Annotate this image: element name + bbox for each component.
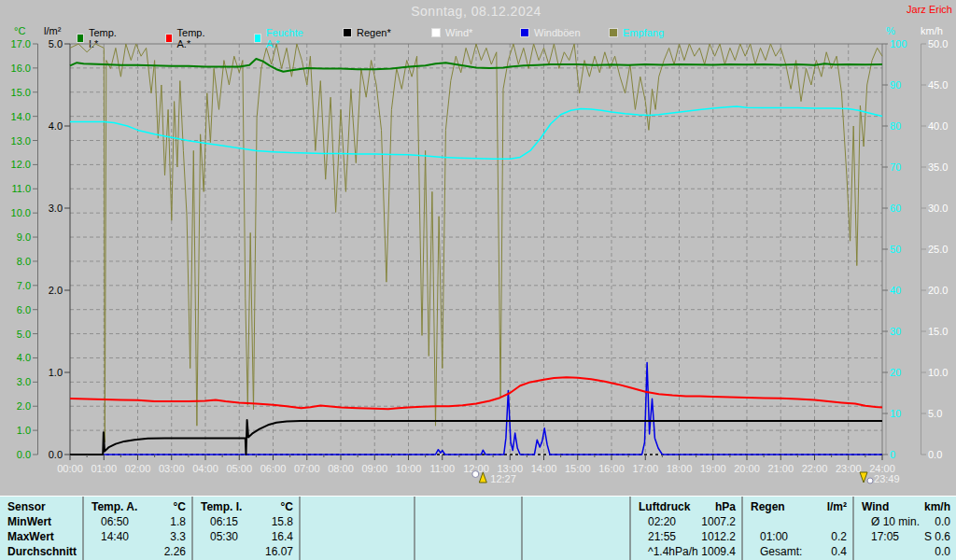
weather-app-window: Sonntag, 08.12.2024 Jarz Erich °C l/m² %… xyxy=(0,0,956,560)
table-row-header: MinWert xyxy=(0,514,82,529)
axis-tick-label: 9.0 xyxy=(17,231,31,243)
table-cell xyxy=(523,544,629,559)
axis-tick-label: 23:00 xyxy=(836,463,862,474)
axis-tick-label: 30 xyxy=(890,326,901,337)
table-column-header: Temp. I.°C xyxy=(193,499,299,514)
axis-tick-label: 90 xyxy=(890,79,901,91)
moonrise-icon xyxy=(472,471,479,478)
table-column-header xyxy=(415,499,521,514)
axis-tick-label: 06:00 xyxy=(260,463,287,474)
axis-tick-label: 22:00 xyxy=(802,463,828,474)
axis-tick-label: 18:00 xyxy=(667,463,693,474)
axis-tick-label: 01:00 xyxy=(91,463,117,474)
table-cell xyxy=(523,529,629,544)
axis-tick-label: 03:00 xyxy=(159,463,185,474)
table-column-temp-i-: Temp. I.°C06:1515.805:3016.416.07 xyxy=(191,497,299,560)
axis-tick-label: 10.0 xyxy=(928,367,948,378)
axis-tick-label: 10.0 xyxy=(11,207,31,218)
axis-tick-label: 00:00 xyxy=(57,463,83,474)
table-column-temp-a-: Temp. A.°C06:501.814:403.32.26 xyxy=(82,497,191,560)
table-cell xyxy=(415,544,521,559)
axis-tick-label: 04:00 xyxy=(192,463,218,474)
statistics-table: SensorMinWertMaxWertDurchschnittTemp. A.… xyxy=(0,496,956,560)
axis-tick-label: 8.0 xyxy=(17,256,31,267)
series-windb-en xyxy=(70,362,882,455)
axis-tick-label: 6.0 xyxy=(17,304,31,315)
table-column-header xyxy=(301,499,414,514)
axis-tick-label: 11.0 xyxy=(11,183,31,194)
table-cell: 16.07 xyxy=(193,544,299,559)
axis-tick-label: 02:00 xyxy=(125,463,151,474)
axis-tick-label: 1.0 xyxy=(49,367,63,378)
moonset-icon xyxy=(867,478,873,483)
axis-tick-label: 0.0 xyxy=(49,449,63,460)
table-cell xyxy=(301,514,414,529)
axis-tick-label: 13.0 xyxy=(11,135,31,147)
axis-tick-label: 1.0 xyxy=(17,425,31,436)
axis-tick-label: 21:00 xyxy=(767,463,794,474)
table-column-empty xyxy=(414,497,521,560)
table-column-wind: Windkm/hØ 10 min.0.017:05S 0.60.0 xyxy=(852,497,956,560)
table-column-header: LuftdruckhPa xyxy=(631,499,741,514)
axis-tick-label: 5.0 xyxy=(49,38,63,49)
axis-tick-label: 50.0 xyxy=(928,38,948,49)
axis-tick-label: 60 xyxy=(890,203,901,214)
axis-tick-label: 20:00 xyxy=(734,463,760,474)
weather-chart: 0.01.02.03.04.05.06.07.08.09.010.011.012… xyxy=(0,0,956,496)
axis-tick-label: 20.0 xyxy=(928,285,948,296)
axis-tick-label: 09:00 xyxy=(361,463,387,474)
axis-tick-label: 50 xyxy=(890,244,901,255)
table-column-header xyxy=(523,499,629,514)
axis-tick-label: 3.0 xyxy=(17,376,31,387)
axis-tick-label: 0 xyxy=(890,449,895,460)
axis-tick-label: 35.0 xyxy=(928,161,948,173)
table-column-luftdruck: LuftdruckhPa02:201007.221:551012.2^1.4hP… xyxy=(629,497,741,560)
table-cell: 05:3016.4 xyxy=(193,529,299,544)
axis-tick-label: 3.0 xyxy=(49,203,63,214)
axis-tick-label: 16.0 xyxy=(11,63,31,74)
table-column-empty xyxy=(521,497,629,560)
moonset-arrow-icon xyxy=(860,472,867,483)
table-cell: 21:551012.2 xyxy=(631,529,741,544)
table-column-header: Regenl/m² xyxy=(743,499,852,514)
table-row-header: MaxWert xyxy=(0,529,82,544)
table-cell: Gesamt:0.4 xyxy=(743,544,852,559)
table-cell: 17:05S 0.6 xyxy=(854,529,956,544)
axis-tick-label: 2.0 xyxy=(17,400,31,412)
axis-tick-label: 11:00 xyxy=(429,463,455,474)
axis-tick-label: 17.0 xyxy=(11,38,31,49)
axis-tick-label: 40.0 xyxy=(928,120,948,132)
table-column-header: Temp. A.°C xyxy=(84,499,191,514)
axis-tick-label: 100 xyxy=(890,38,907,49)
axis-tick-label: 25.0 xyxy=(928,244,948,255)
table-cell: 2.26 xyxy=(84,544,191,559)
table-column-regen: Regenl/m²01:000.2Gesamt:0.4 xyxy=(741,497,852,560)
table-column-header: Windkm/h xyxy=(854,499,956,514)
axis-tick-label: 80 xyxy=(890,120,901,132)
axis-tick-label: 08:00 xyxy=(328,463,354,474)
axis-tick-label: 12.0 xyxy=(11,159,31,170)
table-cell: 06:501.8 xyxy=(84,514,191,529)
axis-tick-label: 5.0 xyxy=(17,329,31,340)
table-cell: 06:1515.8 xyxy=(193,514,299,529)
axis-tick-label: 07:00 xyxy=(294,463,320,474)
axis-tick-label: 45.0 xyxy=(928,79,948,91)
axis-tick-label: 10:00 xyxy=(396,463,422,474)
axis-tick-label: 15:00 xyxy=(565,463,591,474)
axis-tick-label: 23:49 xyxy=(874,473,900,484)
axis-tick-label: 70 xyxy=(890,161,901,173)
table-cell xyxy=(523,514,629,529)
table-cell: 14:403.3 xyxy=(84,529,191,544)
axis-tick-label: 12:27 xyxy=(490,473,516,484)
axis-tick-label: 14:00 xyxy=(531,463,557,474)
axis-tick-label: 10 xyxy=(890,408,901,419)
table-cell xyxy=(743,514,852,529)
axis-tick-label: 15.0 xyxy=(928,326,948,337)
table-cell: 01:000.2 xyxy=(743,529,852,544)
axis-tick-label: 05:00 xyxy=(226,463,252,474)
table-cell: ^1.4hPa/h1009.4 xyxy=(631,544,741,559)
axis-tick-label: 20 xyxy=(890,367,901,378)
axis-tick-label: 14.0 xyxy=(11,111,31,122)
axis-tick-label: 5.0 xyxy=(928,408,942,419)
table-cell: 02:201007.2 xyxy=(631,514,741,529)
